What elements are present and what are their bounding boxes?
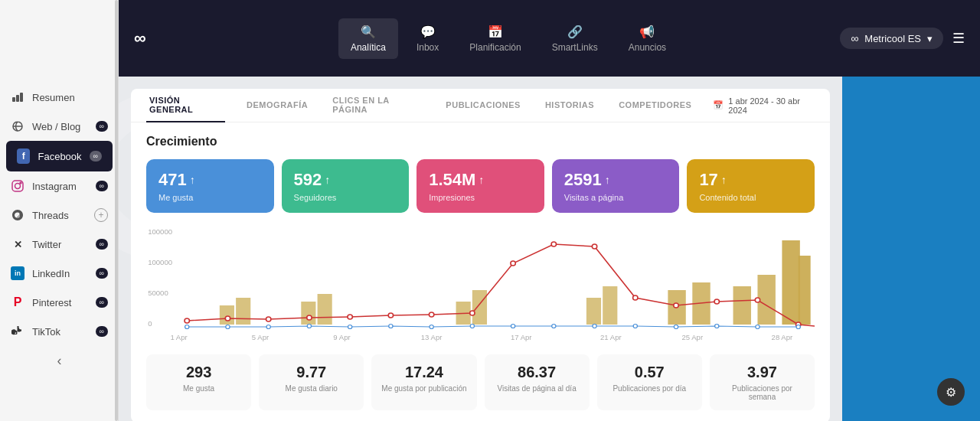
metric-card-contenido: 17 ↑ Contenido total bbox=[687, 159, 815, 213]
stat-card-publicaciones-dia: 0.57 Publicaciones por día bbox=[597, 354, 702, 410]
svg-point-44 bbox=[348, 325, 351, 329]
stat-publicaciones-dia-value: 0.57 bbox=[606, 364, 693, 381]
svg-point-52 bbox=[674, 325, 678, 329]
svg-rect-15 bbox=[472, 290, 487, 325]
hamburger-menu-button[interactable]: ☰ bbox=[952, 30, 965, 47]
sidebar-item-tiktok-label: TikTok bbox=[32, 326, 60, 338]
date-range-display[interactable]: 📅 1 abr 2024 - 30 abr 2024 bbox=[713, 96, 815, 115]
svg-point-29 bbox=[388, 313, 393, 318]
nav-tab-analytics-label: Analítica bbox=[351, 42, 386, 53]
sidebar-item-pinterest[interactable]: P Pinterest ∞ bbox=[0, 288, 119, 317]
sidebar-item-resumen-label: Resumen bbox=[32, 92, 75, 103]
svg-point-51 bbox=[633, 325, 637, 328]
app-logo: ∞ bbox=[134, 28, 146, 48]
subnav-competidores[interactable]: COMPETIDORES bbox=[616, 89, 694, 122]
nav-tab-smartlinks[interactable]: 🔗 SmartLinks bbox=[540, 18, 610, 59]
svg-point-31 bbox=[470, 311, 475, 315]
svg-point-37 bbox=[714, 299, 719, 304]
bottom-stats-row: 293 Me gusta 9.77 Me gusta diario 17.24 … bbox=[146, 354, 815, 410]
me-gusta-value: 471 ↑ bbox=[158, 170, 262, 190]
threads-add-button[interactable]: + bbox=[94, 208, 108, 222]
subnav-clics[interactable]: CLICS EN LA PÁGINA bbox=[329, 89, 424, 122]
svg-rect-12 bbox=[301, 302, 315, 325]
sidebar-item-threads[interactable]: Threads + bbox=[0, 201, 119, 230]
sidebar-item-twitter-label: Twitter bbox=[32, 239, 61, 250]
svg-point-24 bbox=[185, 318, 189, 323]
svg-text:28 Apr: 28 Apr bbox=[772, 334, 793, 341]
subnav-demografia[interactable]: DEMOGRAFÍA bbox=[243, 89, 311, 122]
nav-tab-ads[interactable]: 📢 Anuncios bbox=[616, 18, 678, 59]
nav-tab-analytics[interactable]: 🔍 Analítica bbox=[338, 18, 398, 59]
tiktok-badge: ∞ bbox=[96, 326, 108, 337]
metric-card-seguidores: 592 ↑ Seguidores bbox=[282, 159, 410, 213]
impresiones-arrow: ↑ bbox=[479, 174, 484, 186]
svg-text:100000: 100000 bbox=[148, 259, 172, 266]
growth-section: Crecimiento 471 ↑ Me gusta 592 ↑ Seguido… bbox=[131, 122, 830, 421]
stat-visitas-dia-value: 86.37 bbox=[494, 364, 580, 381]
sidebar-item-linkedin[interactable]: in LinkedIn ∞ bbox=[0, 259, 119, 288]
threads-icon bbox=[11, 208, 24, 222]
svg-point-47 bbox=[470, 325, 474, 328]
resumen-icon bbox=[11, 90, 24, 104]
settings-fab-button[interactable]: ⚙ bbox=[937, 378, 965, 406]
svg-rect-10 bbox=[220, 305, 234, 325]
svg-point-42 bbox=[266, 325, 270, 329]
stat-me-gusta-value: 293 bbox=[155, 364, 242, 381]
subnav-historias[interactable]: HISTORIAS bbox=[542, 89, 597, 122]
nav-tab-inbox-label: Inbox bbox=[416, 42, 439, 53]
nav-tab-smartlinks-label: SmartLinks bbox=[552, 42, 598, 53]
svg-text:100000: 100000 bbox=[148, 228, 172, 236]
svg-point-55 bbox=[796, 325, 800, 329]
contenido-value: 17 ↑ bbox=[699, 170, 802, 190]
svg-point-34 bbox=[592, 244, 596, 249]
svg-text:21 Apr: 21 Apr bbox=[600, 334, 622, 341]
subnav-vision-general[interactable]: VISIÓN GENERAL bbox=[146, 89, 225, 122]
tiktok-icon bbox=[11, 325, 24, 338]
planning-icon: 📅 bbox=[488, 24, 503, 39]
stat-card-me-gusta-diario: 9.77 Me gusta diario bbox=[259, 354, 364, 410]
sidebar-item-web-blog-label: Web / Blog bbox=[32, 121, 80, 132]
svg-point-32 bbox=[511, 261, 515, 266]
svg-point-40 bbox=[185, 325, 189, 329]
analytics-icon: 🔍 bbox=[361, 24, 376, 39]
sidebar-item-web-blog[interactable]: Web / Blog ∞ bbox=[0, 112, 119, 141]
nav-tab-planning[interactable]: 📅 Planificación bbox=[457, 18, 533, 59]
sidebar-item-twitter[interactable]: ✕ Twitter ∞ bbox=[0, 230, 119, 259]
linkedin-icon: in bbox=[11, 266, 24, 280]
web-blog-badge: ∞ bbox=[96, 121, 108, 132]
nav-tab-planning-label: Planificación bbox=[469, 42, 521, 53]
sidebar-item-facebook[interactable]: f Facebook ∞ bbox=[6, 141, 113, 171]
stat-me-gusta-diario-label: Me gusta diario bbox=[268, 384, 354, 393]
svg-rect-20 bbox=[733, 286, 751, 325]
stat-card-me-gusta: 293 Me gusta bbox=[146, 354, 251, 410]
settings-gear-icon: ⚙ bbox=[946, 385, 956, 400]
account-selector[interactable]: ∞ Metricool ES ▾ bbox=[840, 28, 943, 49]
svg-rect-0 bbox=[12, 97, 15, 102]
svg-point-49 bbox=[552, 325, 556, 328]
nav-right-section: ∞ Metricool ES ▾ ☰ bbox=[840, 28, 965, 49]
svg-point-48 bbox=[511, 325, 514, 328]
svg-point-35 bbox=[633, 295, 638, 300]
metric-card-impresiones: 1.54M ↑ Impresiones bbox=[416, 159, 544, 213]
svg-rect-13 bbox=[318, 294, 332, 325]
pinterest-icon: P bbox=[11, 295, 24, 309]
sidebar-item-tiktok[interactable]: TikTok ∞ bbox=[0, 317, 119, 346]
sidebar-item-resumen[interactable]: Resumen bbox=[0, 83, 119, 112]
svg-point-5 bbox=[20, 182, 21, 184]
svg-point-43 bbox=[307, 325, 311, 328]
stat-me-gusta-label: Me gusta bbox=[155, 384, 242, 393]
facebook-icon: f bbox=[17, 148, 30, 164]
subnav-publicaciones[interactable]: PUBLICACIONES bbox=[443, 89, 524, 122]
sidebar-item-instagram[interactable]: Instagram ∞ bbox=[0, 171, 119, 201]
svg-text:17 Apr: 17 Apr bbox=[511, 334, 532, 341]
nav-tab-inbox[interactable]: 💬 Inbox bbox=[404, 18, 451, 59]
metric-card-me-gusta: 471 ↑ Me gusta bbox=[146, 159, 274, 213]
svg-point-33 bbox=[551, 242, 556, 246]
sidebar-collapse-button[interactable]: ‹ bbox=[0, 347, 119, 375]
account-logo-icon: ∞ bbox=[851, 32, 858, 44]
account-name: Metricool ES bbox=[864, 33, 921, 44]
inbox-icon: 💬 bbox=[420, 24, 436, 39]
instagram-badge: ∞ bbox=[96, 181, 108, 191]
growth-title: Crecimiento bbox=[146, 135, 815, 148]
top-navigation: ∞ 🔍 Analítica 💬 Inbox 📅 Planificación 🔗 … bbox=[119, 0, 980, 77]
